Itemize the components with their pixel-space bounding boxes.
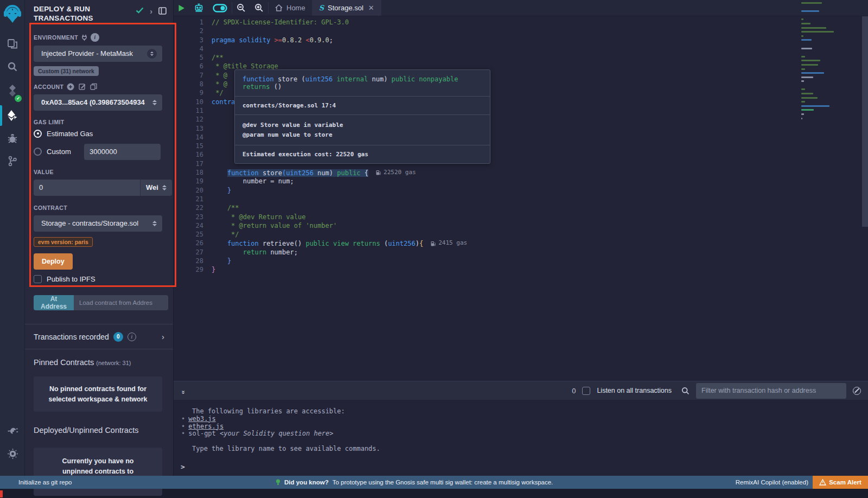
terminal-line: •web3.js <box>180 416 868 423</box>
transactions-info-icon[interactable]: i <box>127 333 136 341</box>
terminal-search-icon <box>681 387 690 395</box>
deploy-button[interactable]: Deploy <box>34 253 73 270</box>
tab-home[interactable]: Home <box>269 0 312 16</box>
minimap-line <box>801 60 820 61</box>
sidebar-item-settings[interactable] <box>0 442 25 465</box>
line-number: 24 <box>174 221 212 230</box>
tooltip-natspec-doc: @dev Store value in variable@param num v… <box>235 114 490 145</box>
close-tab-icon[interactable]: ✕ <box>368 4 374 12</box>
sidebar-item-file-explorer[interactable] <box>0 33 25 55</box>
line-number: 17 <box>174 159 212 168</box>
gas-limit-label: GAS LIMIT <box>34 119 65 125</box>
sidebar-item-debugger[interactable] <box>0 127 25 150</box>
at-address-input[interactable] <box>74 295 168 310</box>
sidebar-item-solidity-compiler[interactable]: ✓ <box>0 78 25 104</box>
search-icon <box>7 61 18 73</box>
ai-copilot-toggle[interactable] <box>208 0 232 16</box>
add-account-icon[interactable] <box>67 83 74 91</box>
value-unit: Wei <box>146 183 158 191</box>
line-number: 11 <box>174 106 212 115</box>
pinned-contracts-title: Pinned Contracts (network: 31) <box>34 358 162 367</box>
editor-minimap[interactable] <box>801 2 850 122</box>
plug-icon <box>7 425 18 437</box>
code-line: 2 <box>174 27 868 35</box>
code-line: 20 } <box>174 186 868 195</box>
code-line: 24 * @return value of 'number' <box>174 221 868 230</box>
value-input[interactable] <box>34 180 140 196</box>
tooltip-function-signature: function store (uint256 internal num) pu… <box>235 70 490 96</box>
terminal-library-link[interactable]: ethers.js <box>188 423 224 430</box>
unpinned-contracts-title: Deployed/Unpinned Contracts <box>34 426 162 435</box>
run-script-button[interactable] <box>174 0 189 16</box>
sidebar-item-git[interactable] <box>0 150 25 173</box>
terminal-output[interactable]: The following libraries are accessible:•… <box>174 400 868 476</box>
clear-terminal-icon[interactable] <box>853 387 861 395</box>
code-line: 1// SPDX-License-Identifier: GPL-3.0 <box>174 18 868 27</box>
listen-transactions-label: Listen on all transactions <box>597 387 672 394</box>
custom-gas-radio[interactable] <box>34 148 42 156</box>
sidebar-item-plugin-manager[interactable] <box>0 419 25 442</box>
line-number: 4 <box>174 44 212 53</box>
line-number: 7 <box>174 71 212 80</box>
terminal-library-link[interactable]: web3.js <box>188 415 216 423</box>
publish-ipfs-checkbox[interactable] <box>34 275 42 283</box>
line-number: 21 <box>174 195 212 203</box>
code-line: 5/** <box>174 53 868 62</box>
tab-storage-sol[interactable]: S Storage.sol ✕ <box>312 0 381 16</box>
transactions-count-badge: 0 <box>113 332 123 342</box>
line-number: 27 <box>174 248 212 257</box>
scam-alert-button[interactable]: Scam Alert <box>813 476 868 489</box>
zoom-out-button[interactable] <box>232 0 250 16</box>
remix-ai-assistant-button[interactable] <box>189 0 208 16</box>
minimap-line <box>801 97 818 99</box>
remix-ide-window: ✓ <box>0 0 868 498</box>
terminal-prompt[interactable]: > <box>181 463 185 471</box>
account-value: 0xA03...85ac4 (0.398673504934 <box>39 98 152 106</box>
expand-chevron-icon[interactable]: › <box>150 7 152 16</box>
line-number: 22 <box>174 203 212 212</box>
editor-scrollbar[interactable] <box>862 16 868 227</box>
copy-account-icon[interactable] <box>90 83 97 90</box>
custom-gas-label: Custom <box>47 148 79 156</box>
git-init-button[interactable]: Initialize as git repo <box>18 479 72 486</box>
tooltip-execution-cost: Estimated execution cost: 22520 gas <box>235 145 490 163</box>
line-number: 18 <box>174 168 212 177</box>
terminal-filter-input[interactable] <box>696 383 846 399</box>
sidebar-item-deploy-run[interactable] <box>0 104 25 127</box>
contract-select[interactable]: Storage - contracts/Storage.sol <box>34 215 162 232</box>
editor-area[interactable]: Home S Storage.sol ✕ 1// SPDX-License-Id… <box>174 0 868 381</box>
pin-panel-icon[interactable] <box>158 7 167 15</box>
transactions-recorded-label: Transactions recorded <box>34 333 109 341</box>
remix-ai-logo-icon[interactable] <box>0 0 25 28</box>
environment-select[interactable]: Injected Provider - MetaMask <box>34 46 162 62</box>
transactions-expand-icon[interactable]: › <box>162 332 164 341</box>
status-bar: Initialize as git repo Did you know? To … <box>0 476 868 489</box>
minimap-line <box>801 56 805 58</box>
minimap-line <box>801 2 822 4</box>
minimap-line <box>801 39 812 41</box>
minimap-line <box>801 113 804 115</box>
sidebar-item-search[interactable] <box>0 55 25 78</box>
line-number: 1 <box>174 18 212 27</box>
listen-transactions-checkbox[interactable] <box>582 387 590 395</box>
value-unit-select[interactable]: Wei <box>140 180 172 196</box>
pinned-network-subtitle: (network: 31) <box>96 360 131 366</box>
terminal-line: •ethers.js <box>180 423 868 431</box>
environment-info-icon[interactable]: i <box>91 33 99 42</box>
git-branch-icon <box>7 155 18 167</box>
copilot-status[interactable]: RemixAI Copilot (enabled) <box>736 479 808 486</box>
custom-gas-input[interactable] <box>84 144 161 160</box>
zoom-in-button[interactable] <box>250 0 268 16</box>
icon-rail: ✓ <box>0 0 25 476</box>
account-select[interactable]: 0xA03...85ac4 (0.398673504934 <box>34 94 162 111</box>
code-line: 19 number = num; <box>174 177 868 186</box>
at-address-button[interactable]: At Address <box>34 295 74 310</box>
minimap-line <box>801 68 805 70</box>
sign-message-icon[interactable] <box>79 83 86 90</box>
collapse-terminal-icon[interactable]: ⌄⌄ <box>181 388 186 393</box>
plug-small-icon[interactable] <box>81 34 87 41</box>
code-line: 22 /** <box>174 203 868 212</box>
estimated-gas-radio[interactable] <box>34 130 42 138</box>
gas-estimate-widget[interactable]: 2415 gas <box>431 239 467 247</box>
gas-estimate-widget[interactable]: 22520 gas <box>376 168 416 177</box>
